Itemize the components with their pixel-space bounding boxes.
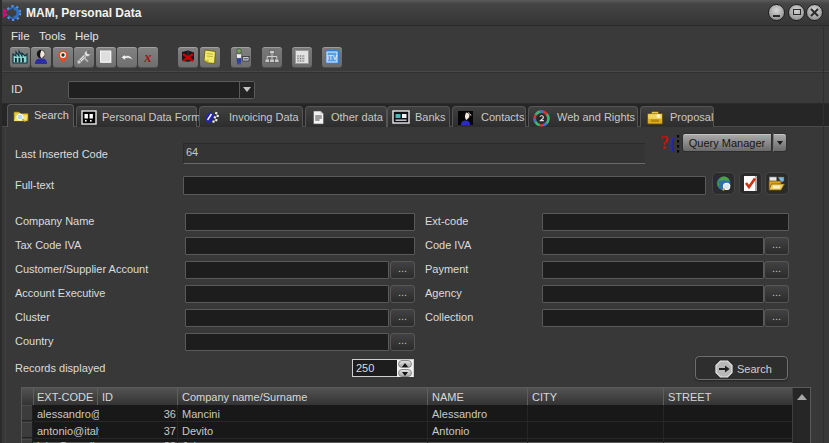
- svg-text:?: ?: [660, 133, 669, 153]
- svg-text:{: {: [669, 136, 675, 153]
- svg-text:ITV: ITV: [327, 54, 338, 61]
- svg-text:x: x: [144, 50, 152, 65]
